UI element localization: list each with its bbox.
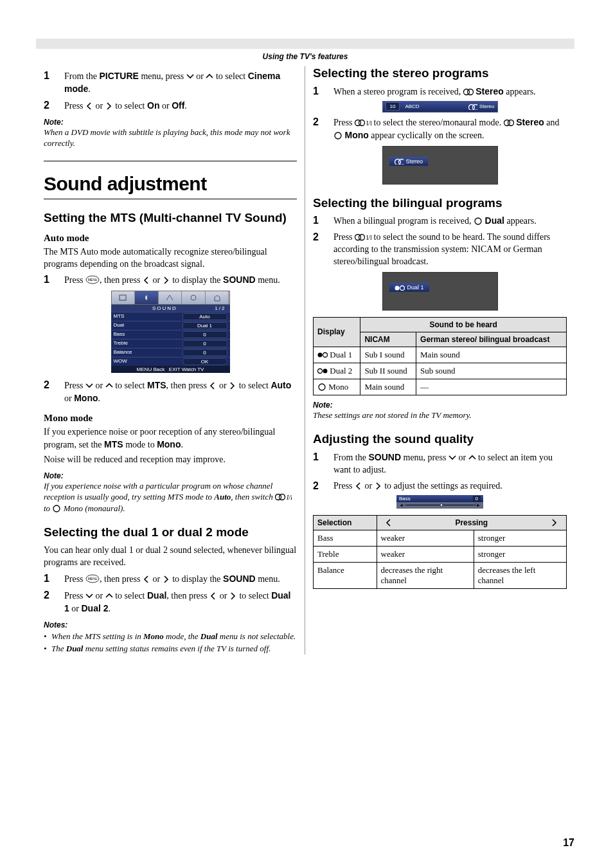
up-icon bbox=[105, 592, 113, 600]
note-body: These settings are not stored in the TV … bbox=[313, 410, 567, 421]
stereo-icon bbox=[463, 88, 474, 96]
right-icon bbox=[551, 519, 558, 527]
left-icon bbox=[355, 482, 362, 490]
step-1-sound-menu: 1 Press , then press or to display the S… bbox=[44, 274, 297, 287]
stereo-icon bbox=[468, 104, 477, 110]
osd-sound-menu: SOUND1/2 MTSAuto DualDual 1 Bass0 Treble… bbox=[111, 291, 230, 373]
heading-dual-mode: Selecting the dual 1 or dual 2 mode bbox=[44, 525, 297, 539]
heading-mts: Setting the MTS (Multi-channel TV Sound) bbox=[44, 211, 297, 225]
table-pressing: Selection Pressing Bassweakerstronger Tr… bbox=[313, 515, 567, 589]
down-icon bbox=[449, 454, 456, 462]
stereo-select-icon bbox=[355, 233, 371, 241]
dual1-icon bbox=[395, 284, 405, 291]
up-icon bbox=[105, 382, 113, 390]
left-icon bbox=[85, 102, 93, 110]
step-1-stereo-appears: 1 When a stereo program is received, Ste… bbox=[313, 86, 567, 98]
stereo-icon bbox=[395, 158, 404, 165]
tab-feature-icon bbox=[165, 293, 174, 302]
osd-channel-banner: 10 ABCD Stereo bbox=[382, 101, 498, 113]
tab-picture-icon bbox=[118, 293, 127, 302]
right-icon bbox=[229, 592, 237, 600]
heading-bilingual-programs: Selecting the bilingual programs bbox=[313, 196, 567, 210]
svg-rect-12 bbox=[120, 295, 126, 300]
menu-button-icon bbox=[85, 574, 100, 583]
down-icon bbox=[186, 73, 194, 80]
note-heading: Note: bbox=[313, 401, 567, 410]
right-icon bbox=[375, 482, 382, 490]
notes-heading: Notes: bbox=[44, 620, 297, 629]
heading-sound-quality: Adjusting the sound quality bbox=[313, 432, 567, 446]
para-mono-noise: Noise will be reduced and reception may … bbox=[44, 454, 297, 466]
osd-mini-dual: Dual 1 bbox=[382, 272, 498, 311]
step-1-dual-menu: 1 Press , then press or to display the S… bbox=[44, 573, 297, 586]
step-2-on-off: 2 Press or to select On or Off. bbox=[44, 100, 297, 113]
step-2-stereo-cycle: 2 Press to select the stereo/monaural mo… bbox=[313, 116, 567, 142]
menu-button-icon bbox=[85, 275, 100, 284]
table-sound-to-be-heard: Display Sound to be heard NICAM German s… bbox=[313, 317, 567, 395]
heading-mono-mode: Mono mode bbox=[44, 413, 297, 424]
para-auto: The MTS Auto mode automatically recogniz… bbox=[44, 246, 297, 271]
table-row: Trebleweakerstronger bbox=[314, 546, 567, 562]
step-1-dual-appears: 1 When a bilingual program is received, … bbox=[313, 215, 567, 228]
para-dual: You can hear only dual 1 or dual 2 sound… bbox=[44, 545, 297, 569]
step-2-select-mts: 2 Press or to select MTS, then press or … bbox=[44, 379, 297, 405]
down-icon bbox=[85, 382, 93, 390]
step-1-cinema: 1 From the PICTURE menu, press or to sel… bbox=[44, 70, 297, 96]
para-mono: If you experience noise or poor receptio… bbox=[44, 426, 297, 451]
chapter-title: Using the TV's features bbox=[36, 50, 574, 66]
left-column: 1 From the PICTURE menu, press or to sel… bbox=[36, 66, 305, 655]
table-row: Dual 1Sub I soundMain sound bbox=[314, 347, 567, 363]
svg-point-13 bbox=[191, 295, 196, 300]
left-icon bbox=[143, 276, 150, 284]
tab-setup-icon bbox=[189, 293, 198, 302]
heading-stereo-programs: Selecting the stereo programs bbox=[313, 66, 567, 80]
page-number: 17 bbox=[563, 837, 574, 849]
right-icon bbox=[105, 102, 113, 110]
right-icon bbox=[163, 276, 170, 284]
stereo-icon bbox=[504, 119, 514, 127]
up-icon bbox=[206, 73, 213, 80]
osd-bass-slider: Bass0 ◄−+► bbox=[396, 495, 483, 509]
left-icon bbox=[209, 592, 217, 600]
note-heading: Note: bbox=[44, 118, 297, 127]
table-row: Balancedecreases the right channeldecrea… bbox=[314, 562, 567, 588]
mono-icon bbox=[52, 505, 61, 512]
step-1-sound-item: 1 From the SOUND menu, press or to selec… bbox=[313, 451, 567, 476]
step-2-adjust: 2 Press or to adjust the settings as req… bbox=[313, 480, 567, 493]
table-row: Bassweakerstronger bbox=[314, 530, 567, 546]
note-heading: Note: bbox=[44, 471, 297, 480]
table-row: MonoMain sound— bbox=[314, 379, 567, 395]
dual1-icon bbox=[317, 351, 328, 359]
dual2-icon bbox=[317, 367, 328, 375]
table-row: Dual 2Sub II soundSub sound bbox=[314, 363, 567, 379]
osd-mini-stereo: Stereo bbox=[382, 146, 498, 185]
note-body: If you experience noise with a particula… bbox=[44, 480, 297, 514]
stereo-select-icon bbox=[355, 119, 371, 127]
down-icon bbox=[85, 592, 93, 600]
tab-sound-icon bbox=[142, 293, 151, 302]
note-item: •When the MTS setting is in Mono mode, t… bbox=[44, 631, 297, 642]
left-icon bbox=[143, 575, 150, 583]
up-icon bbox=[468, 454, 476, 462]
right-column: Selecting the stereo programs 1 When a s… bbox=[305, 66, 574, 655]
mono-icon bbox=[333, 132, 342, 140]
mono-icon bbox=[317, 383, 326, 391]
step-2-bilingual-select: 2 Press to select the sound to be heard.… bbox=[313, 231, 567, 268]
stereo-select-icon bbox=[275, 493, 292, 501]
right-icon bbox=[229, 382, 236, 390]
left-icon bbox=[385, 519, 393, 527]
section-sound-adjustment: Sound adjustment bbox=[44, 173, 297, 195]
right-icon bbox=[163, 575, 170, 583]
left-icon bbox=[209, 382, 217, 390]
step-2-select-dual: 2 Press or to select Dual, then press or… bbox=[44, 590, 297, 615]
tab-lock-icon bbox=[213, 293, 222, 302]
note-item: •The Dual menu setting status remains ev… bbox=[44, 643, 297, 655]
heading-auto-mode: Auto mode bbox=[44, 233, 297, 244]
mono-icon bbox=[474, 217, 483, 225]
note-body: When a DVD movie with subtitle is playin… bbox=[44, 127, 297, 149]
